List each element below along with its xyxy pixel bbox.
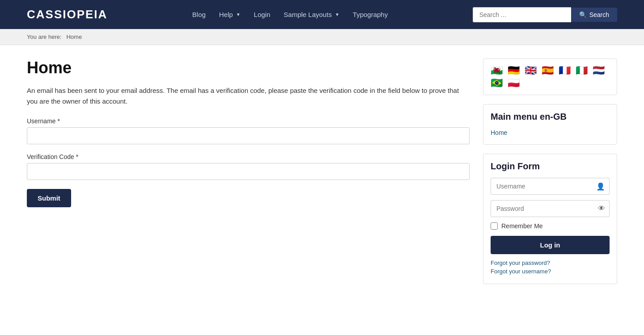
page-title: Home [27, 59, 470, 77]
username-field[interactable] [27, 127, 470, 144]
sidebar-password-wrapper: 👁 [491, 200, 610, 217]
flag-poland[interactable]: 🇵🇱 [508, 79, 521, 88]
eye-icon[interactable]: 👁 [598, 205, 605, 213]
remember-me-row: Remember Me [491, 222, 610, 230]
username-label: Username * [27, 117, 470, 125]
sidebar-username-field[interactable] [491, 178, 610, 195]
sidebar-username-wrapper: 👤 [491, 178, 610, 195]
forgot-username-link[interactable]: Forgot your username? [491, 268, 610, 275]
breadcrumb-home[interactable]: Home [66, 34, 82, 40]
remember-me-label: Remember Me [501, 222, 543, 230]
login-button[interactable]: Log in [491, 236, 610, 254]
menu-item-home[interactable]: Home [491, 128, 610, 137]
content-area: Home An email has been sent to your emai… [27, 59, 470, 284]
flag-germany[interactable]: 🇩🇪 [508, 66, 521, 75]
main-menu-widget: Main menu en-GB Home [483, 104, 617, 145]
sidebar: 🏴󠁧󠁢󠁷󠁬󠁳󠁿 🇩🇪 🇬🇧 🇪🇸 🇫🇷 🇮🇹 🇳🇱 🇧🇷 🇵🇱 Main men… [483, 59, 617, 284]
flag-wales[interactable]: 🏴󠁧󠁢󠁷󠁬󠁳󠁿 [491, 66, 504, 75]
flag-brazil[interactable]: 🇧🇷 [491, 79, 504, 88]
site-logo: CASSIOPEIA [27, 8, 107, 21]
main-nav: Blog Help ▼ Login Sample Layouts ▼ Typog… [192, 11, 388, 18]
search-icon: 🔍 [579, 11, 587, 18]
sample-layouts-dropdown-arrow: ▼ [335, 12, 339, 17]
submit-button[interactable]: Submit [27, 189, 71, 207]
search-button[interactable]: 🔍 Search [571, 8, 617, 22]
forgot-password-link[interactable]: Forgot your password? [491, 260, 610, 266]
help-dropdown-arrow: ▼ [236, 12, 241, 17]
user-icon: 👤 [596, 182, 605, 191]
main-menu-title: Main menu en-GB [491, 112, 610, 122]
flag-netherlands[interactable]: 🇳🇱 [593, 66, 606, 75]
breadcrumb-prefix: You are here: [27, 34, 62, 40]
nav-typography[interactable]: Typography [353, 11, 388, 18]
sidebar-password-field[interactable] [491, 200, 610, 217]
flags-widget: 🏴󠁧󠁢󠁷󠁬󠁳󠁿 🇩🇪 🇬🇧 🇪🇸 🇫🇷 🇮🇹 🇳🇱 🇧🇷 🇵🇱 [483, 59, 617, 95]
header: CASSIOPEIA Blog Help ▼ Login Sample Layo… [0, 0, 644, 29]
flag-italy[interactable]: 🇮🇹 [576, 66, 589, 75]
main-container: Home An email has been sent to your emai… [0, 45, 644, 297]
breadcrumb: You are here: Home [0, 29, 644, 45]
nav-help[interactable]: Help ▼ [219, 11, 241, 18]
nav-login[interactable]: Login [254, 11, 271, 18]
search-form: 🔍 Search [473, 7, 617, 22]
nav-sample-layouts[interactable]: Sample Layouts ▼ [284, 11, 339, 18]
remember-me-checkbox[interactable] [491, 222, 498, 230]
search-input[interactable] [473, 7, 571, 22]
flag-spain[interactable]: 🇪🇸 [542, 66, 555, 75]
flag-uk[interactable]: 🇬🇧 [525, 66, 538, 75]
verification-form: Username * Verification Code * Submit [27, 117, 470, 207]
login-form-title: Login Form [491, 161, 610, 172]
verification-label: Verification Code * [27, 153, 470, 160]
nav-blog[interactable]: Blog [192, 11, 206, 18]
verification-code-field[interactable] [27, 163, 470, 180]
flag-france[interactable]: 🇫🇷 [559, 66, 572, 75]
login-form-widget: Login Form 👤 👁 Remember Me Log in Forgot… [483, 154, 617, 284]
page-description: An email has been sent to your email add… [27, 85, 470, 107]
